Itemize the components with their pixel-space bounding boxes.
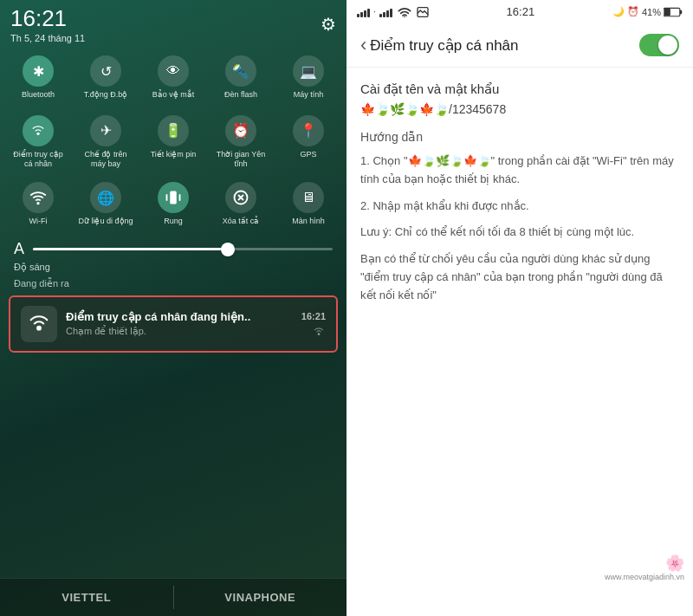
svg-point-0 [36,132,39,134]
toggle-mobile-data-label: Dữ liệu di động [78,217,133,226]
toggle-bluetooth-label: Bluetooth [22,90,55,100]
signal-indicators: · [357,7,429,17]
quick-toggles-row2: Điểm truy cậpcá nhân ✈ Chế độ trênmáy ba… [0,108,346,176]
guide-note-extra: Bạn có thể từ chối yêu cầu của người dùn… [360,250,679,304]
hotspot-icon [23,115,54,146]
toggle-wifi-label: Wi-Fi [29,217,48,226]
notification-content: Điểm truy cập cá nhân đang hiện.. 16:21 … [66,310,326,339]
flashlight-icon: 🔦 [225,55,256,87]
guide-item-2: 2. Nhập mật khẩu khi được nhắc. [360,198,679,216]
right-time: 16:21 [507,5,535,18]
watermark: 🌸 www.meovatgiadinh.vn [605,554,684,581]
toggle-eye-protect[interactable]: 👁 Bảo vệ mắt [140,50,206,105]
left-panel: 16:21 Th 5, 24 tháng 11 ⚙ ✱ Bluetooth ↺ … [0,0,346,616]
auto-sync-icon: ↺ [90,55,121,87]
mobile-data-icon: 🌐 [90,182,121,213]
left-time: 16:21 [10,5,85,32]
svg-rect-10 [680,10,682,14]
notification-subtitle: Chạm để thiết lập. [66,326,146,337]
gps-icon: 📍 [293,115,324,146]
toggle-calculator[interactable]: 💻 Máy tính [275,50,341,105]
brightness-slider[interactable] [33,248,333,250]
toggle-airplane[interactable]: ✈ Chế độ trênmáy bay [73,110,139,174]
signal-dot: · [373,7,376,16]
battery-icon [664,7,683,17]
guide-item-1: 1. Chọn "🍁🍃🌿🍃🍁🍃" trong phần cài đặt "Wi-… [360,152,679,189]
bottom-tabs: VIETTEL VINAPHONE [0,578,346,616]
toggle-flashlight[interactable]: 🔦 Đèn flash [208,50,274,105]
toggle-knob [658,36,677,55]
settings-section-title: Cài đặt tên và mật khẩu [360,81,679,97]
toggle-power-save[interactable]: 🔋 Tiết kiệm pin [140,110,206,174]
toggle-vibrate[interactable]: Rung [140,177,206,231]
signal-bars-2 [379,7,392,17]
hotspot-toggle-switch[interactable] [639,34,679,56]
calculator-icon: 💻 [293,55,324,87]
wifi-status-icon [398,7,411,17]
bluetooth-icon: ✱ [23,55,54,87]
toggle-calculator-label: Máy tính [294,90,324,100]
notification-title-row: Điểm truy cập cá nhân đang hiện.. 16:21 [66,310,326,323]
battery-info: 🌙 ⏰ 41% [612,6,683,17]
battery-percent: 41% [642,7,661,17]
watermark-url: www.meovatgiadinh.vn [605,573,684,581]
brightness-label: Độ sáng [0,262,346,273]
right-header: ‹ Điểm truy cập cá nhân [346,23,693,68]
image-status-icon [417,7,429,17]
left-date: Th 5, 24 tháng 11 [10,33,85,43]
wifi-name-row: 🍁🍃🌿🍃🍁🍃/12345678 [360,102,679,116]
clock-icon: ⏰ [627,6,639,17]
battery-save-icon: 🔋 [158,115,189,146]
toggle-bluetooth[interactable]: ✱ Bluetooth [5,50,71,105]
toggle-mobile-data[interactable]: 🌐 Dữ liệu di động [73,177,139,231]
svg-rect-9 [664,9,670,16]
toggle-screen[interactable]: 🖥 Màn hình [275,177,341,231]
guide-item-note: Lưu ý: Chỉ có thể kết nối tối đa 8 thiết… [360,224,679,242]
tab-vinaphone[interactable]: VINAPHONE [174,579,347,616]
toggle-flashlight-label: Đèn flash [224,90,257,100]
toggle-auto-sync[interactable]: ↺ T.động Đ.bộ [73,50,139,105]
toggle-gps-label: GPS [300,150,316,159]
right-content: Cài đặt tên và mật khẩu 🍁🍃🌿🍃🍁🍃/12345678 … [346,68,693,616]
tab-viettel[interactable]: VIETTEL [0,579,173,616]
toggle-clear-label: Xóa tất cả [223,217,260,226]
quick-toggles-row3: Wi-Fi 🌐 Dữ liệu di động Rung [0,175,346,233]
clear-all-icon [225,182,256,213]
moon-icon: 🌙 [612,6,625,17]
watermark-logo: 🌸 [605,554,684,573]
right-panel: · 16:21 🌙 ⏰ 41% [346,0,693,616]
svg-rect-2 [170,191,177,204]
wifi-emoji-name: 🍁🍃🌿🍃🍁🍃/12345678 [360,102,506,116]
eye-icon: 👁 [158,55,189,87]
toggle-hotspot[interactable]: Điểm truy cậpcá nhân [5,110,71,174]
back-button[interactable]: ‹ [360,34,366,56]
right-header-title: Điểm truy cập cá nhân [366,36,639,55]
notification-hotspot-icon [21,306,57,342]
svg-point-6 [404,16,405,17]
toggle-vibrate-label: Rung [164,217,183,226]
svg-point-4 [36,326,42,331]
guide-title: Hướng dẫn [360,130,679,144]
right-status-bar: · 16:21 🌙 ⏰ 41% [346,0,693,23]
brightness-section: A [0,233,346,262]
toggle-quiet-time[interactable]: ⏰ Thời gian Yêntĩnh [208,110,274,174]
left-status-bar: 16:21 Th 5, 24 tháng 11 ⚙ [0,0,346,47]
toggle-clear-all[interactable]: Xóa tất cả [208,177,274,231]
notification-title: Điểm truy cập cá nhân đang hiện.. [66,310,296,323]
settings-icon[interactable]: ⚙ [321,14,336,35]
toggle-wifi[interactable]: Wi-Fi [5,177,71,231]
notification-card[interactable]: Điểm truy cập cá nhân đang hiện.. 16:21 … [9,295,338,353]
wifi-icon [23,182,54,213]
playing-section-label: Đang diễn ra [0,273,346,292]
brightness-icon: A [14,240,24,258]
notification-time: 16:21 [301,311,326,321]
quiet-time-icon: ⏰ [225,115,256,146]
signal-bars-1 [357,7,370,17]
toggle-gps[interactable]: 📍 GPS [275,110,341,174]
toggle-auto-sync-label: T.động Đ.bộ [84,90,128,100]
toggle-eye-label: Bảo vệ mắt [152,90,195,100]
notification-small-icon [312,325,326,339]
quick-toggles-row1: ✱ Bluetooth ↺ T.động Đ.bộ 👁 Bảo vệ mắt 🔦… [0,47,346,108]
vibrate-icon [158,182,189,213]
svg-point-5 [318,333,321,335]
